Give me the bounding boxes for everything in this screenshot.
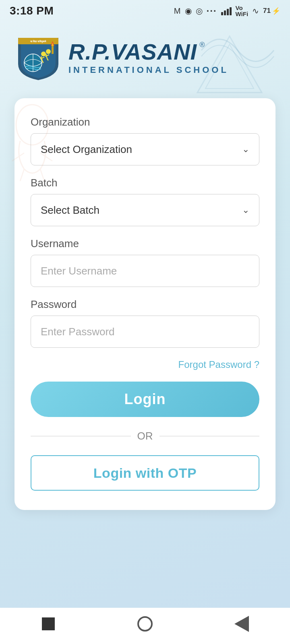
password-field-group: Password (31, 298, 259, 348)
svg-text:सा विद्या या विमुक्तये: सा विद्या या विमुक्तये (30, 40, 46, 43)
password-input[interactable] (31, 316, 259, 348)
home-button[interactable] (135, 613, 155, 634)
gmail-icon: M (174, 6, 181, 16)
nav-bar (0, 608, 290, 644)
svg-point-12 (41, 52, 46, 56)
signal-bars (221, 6, 232, 15)
more-icon: ··· (207, 5, 217, 17)
organization-chevron-down-icon: ⌄ (242, 144, 249, 155)
organization-placeholder: Select Organization (41, 143, 132, 156)
username-field-group: Username (31, 237, 259, 287)
username-input[interactable] (31, 255, 259, 287)
back-icon (234, 616, 249, 632)
school-main-name: R.P.VASANI (68, 41, 197, 63)
batch-placeholder: Select Batch (41, 204, 99, 217)
vpn-icon: ◎ (196, 6, 203, 16)
forgot-password-row: Forgot Password ? (31, 359, 259, 370)
status-time: 3:18 PM (10, 4, 54, 17)
status-icons: M ◉ ◎ ··· VoWiFi ∿ 71 ⚡ (174, 5, 280, 17)
forgot-password-link[interactable]: Forgot Password ? (178, 359, 259, 370)
organization-dropdown[interactable]: Select Organization ⌄ (31, 133, 259, 165)
status-bar: 3:18 PM M ◉ ◎ ··· VoWiFi ∿ 71 ⚡ (0, 0, 290, 21)
location-icon: ◉ (185, 6, 192, 16)
batch-dropdown[interactable]: Select Batch ⌄ (31, 194, 259, 226)
school-name-block: R.P.VASANI ® INTERNATIONAL SCHOOL (68, 41, 229, 75)
organization-label: Organization (31, 116, 259, 128)
organization-field-group: Organization Select Organization ⌄ (31, 116, 259, 165)
password-label: Password (31, 298, 259, 311)
svg-point-13 (46, 49, 51, 54)
login-button[interactable]: Login (31, 382, 259, 417)
school-logo: सा विद्या या विमुक्तये (16, 34, 60, 82)
school-sub-name: INTERNATIONAL SCHOOL (68, 65, 229, 75)
batch-field-group: Batch Select Batch ⌄ (31, 177, 259, 226)
battery-icon: ⚡ (272, 7, 280, 15)
batch-chevron-down-icon: ⌄ (242, 205, 249, 215)
otp-login-button[interactable]: Login with OTP (31, 455, 259, 491)
batch-label: Batch (31, 177, 259, 189)
registered-mark: ® (199, 41, 205, 49)
svg-rect-14 (52, 46, 54, 54)
battery-indicator: 71 ⚡ (263, 7, 280, 15)
or-right-line (160, 436, 260, 437)
recent-apps-icon (42, 617, 55, 630)
home-icon (137, 616, 153, 632)
username-label: Username (31, 237, 259, 250)
or-left-line (31, 436, 131, 437)
back-button[interactable] (231, 613, 252, 634)
login-card: Organization Select Organization ⌄ Batch… (14, 98, 276, 510)
recent-apps-button[interactable] (38, 613, 59, 634)
header-area: सा विद्या या विमुक्तये R.P.VASANI ® INTE… (0, 21, 290, 90)
battery-level: 71 (263, 7, 271, 15)
vo-wifi-icon: VoWiFi (236, 5, 249, 17)
or-divider: OR (31, 430, 259, 442)
wifi-icon: ∿ (252, 6, 259, 16)
or-text: OR (137, 430, 153, 442)
